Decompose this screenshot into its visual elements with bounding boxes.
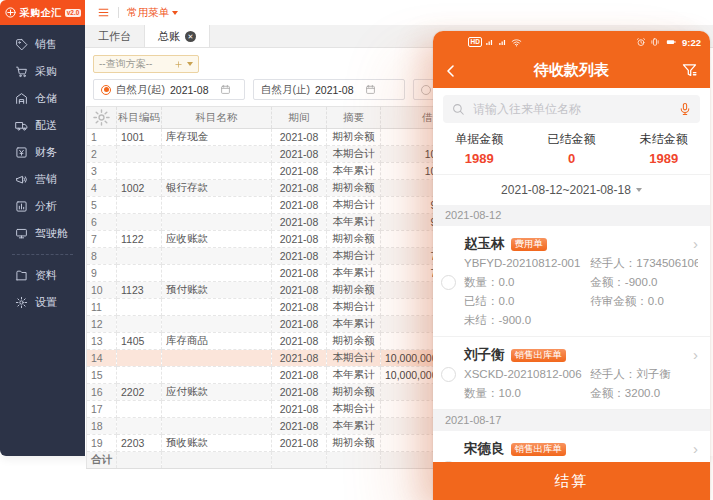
- table-row[interactable]: 3 2021-08 本年累计 10,398,017: [87, 163, 485, 180]
- sidebar-item-analysis[interactable]: 分析: [0, 193, 85, 220]
- microphone-icon[interactable]: [678, 102, 692, 116]
- table-row[interactable]: 9 2021-08 本年累计 77,473.95: [87, 265, 485, 282]
- table-row[interactable]: 14 2021-08 本期合计 10,000,000,018,8…: [87, 350, 485, 367]
- cell-period: 2021-08: [272, 129, 327, 146]
- radio-selected[interactable]: [101, 85, 111, 95]
- sidebar-item-warehouse[interactable]: 仓储: [0, 85, 85, 112]
- cell-summary: 期初余额: [327, 435, 381, 452]
- table-row[interactable]: 5 2021-08 本期合计 92,652.05: [87, 197, 485, 214]
- table-row[interactable]: 15 2021-08 本年累计 10,000,000,018,8…: [87, 367, 485, 384]
- detail-right: 经手人：刘子衡: [590, 365, 698, 384]
- cockpit-icon: [15, 227, 28, 240]
- gear-icon[interactable]: [88, 108, 115, 127]
- table-row[interactable]: 1 1001 库存现金 2021-08 期初余额 0: [87, 129, 485, 146]
- table-total-row: 合计: [87, 452, 485, 469]
- sidebar-item-delivery[interactable]: 配送: [0, 112, 85, 139]
- table-row[interactable]: 8 2021-08 本期合计 77,473.95: [87, 248, 485, 265]
- chevron-right-icon: [693, 345, 698, 365]
- table-row[interactable]: 13 1405 库存商品 2021-08 期初余额 0: [87, 333, 485, 350]
- col-subject-code[interactable]: 科目编码: [117, 107, 162, 129]
- sidebar-item-files[interactable]: 资料: [0, 262, 85, 289]
- radio-unselected[interactable]: [421, 85, 431, 95]
- table-row[interactable]: 12 2021-08 本年累计 1,000: [87, 316, 485, 333]
- col-period[interactable]: 期间: [272, 107, 327, 129]
- warehouse-icon: [15, 92, 28, 105]
- table-row[interactable]: 2 2021-08 本期合计 10,398,017: [87, 146, 485, 163]
- cell-period: 2021-08: [272, 282, 327, 299]
- cell-subject-code: [117, 299, 162, 316]
- tab-general-ledger[interactable]: 总账: [145, 25, 210, 47]
- settings-icon: [15, 296, 28, 309]
- col-summary[interactable]: 摘要: [327, 107, 381, 129]
- calendar-icon[interactable]: [220, 84, 231, 95]
- receivable-card[interactable]: 赵玉林 费用单 YBFYD-20210812-001 经手人：173450610…: [433, 226, 710, 337]
- table-row[interactable]: 16 2202 应付账款 2021-08 期初余额 0: [87, 384, 485, 401]
- table-row[interactable]: 17 2021-08 本期合计 0: [87, 401, 485, 418]
- cell-row-number: 15: [87, 367, 117, 384]
- detail-left: YBFYD-20210812-001: [464, 254, 590, 273]
- table-row[interactable]: 6 2021-08 本年累计 92,652.05: [87, 214, 485, 231]
- search-box[interactable]: [443, 95, 700, 123]
- table-row[interactable]: 7 1122 应收账款 2021-08 期初余额 0: [87, 231, 485, 248]
- detail-left: 未结：-900.0: [464, 311, 590, 330]
- total-cell: [327, 452, 381, 469]
- cell-row-number: 10: [87, 282, 117, 299]
- tab-workbench[interactable]: 工作台: [85, 25, 145, 47]
- sidebar-item-purchase[interactable]: 采购: [0, 58, 85, 85]
- close-tab-icon[interactable]: [185, 31, 196, 42]
- filter-funnel-icon[interactable]: [681, 62, 698, 79]
- hamburger-menu-icon[interactable]: [97, 6, 110, 19]
- search-input[interactable]: [471, 101, 672, 117]
- cell-period: 2021-08: [272, 163, 327, 180]
- settle-button[interactable]: 结算: [433, 462, 710, 500]
- sidebar-item-sales[interactable]: 销售: [0, 31, 85, 58]
- filter-natural-month-end[interactable]: 自然月(止) 2021-08: [253, 79, 405, 100]
- cell-summary: 本期合计: [327, 197, 381, 214]
- sidebar-item-label: 财务: [35, 145, 57, 160]
- table-row[interactable]: 10 1123 预付账款 2021-08 期初余额 0: [87, 282, 485, 299]
- sidebar-item-finance[interactable]: 财务: [0, 139, 85, 166]
- date-range-selector[interactable]: 2021-08-12~2021-08-18: [433, 174, 710, 205]
- filter-natural-month-start[interactable]: 自然月(起) 2021-08: [93, 79, 245, 100]
- summary-label: 已结金额: [525, 131, 617, 148]
- column-settings-header[interactable]: [87, 107, 117, 129]
- card-body: 刘子衡 销售出库单 XSCKD-20210812-006 经手人：刘子衡 数量：…: [464, 345, 698, 403]
- chevron-down-icon: [636, 188, 642, 192]
- cell-summary: 期初余额: [327, 384, 381, 401]
- cell-period: 2021-08: [272, 333, 327, 350]
- card-body: 宋德良 销售出库单 XSCKD-20210817-001 经手人：宋德良 数量：…: [464, 439, 698, 462]
- receivable-card[interactable]: 宋德良 销售出库单 XSCKD-20210817-001 经手人：宋德良 数量：…: [433, 431, 710, 462]
- cell-period: 2021-08: [272, 248, 327, 265]
- sidebar-item-marketing[interactable]: 营销: [0, 166, 85, 193]
- detail-left: XSCKD-20210812-006: [464, 365, 590, 384]
- cell-row-number: 4: [87, 180, 117, 197]
- table-row[interactable]: 19 2203 预收账款 2021-08 期初余额 0: [87, 435, 485, 452]
- sidebar-main-group: 销售 采购 仓储 配送 财务 营销 分析 驾驶舱: [0, 31, 85, 247]
- cell-subject-name: [162, 197, 272, 214]
- query-plan-select[interactable]: --查询方案--: [93, 55, 199, 73]
- receivable-card[interactable]: 刘子衡 销售出库单 XSCKD-20210812-006 经手人：刘子衡 数量：…: [433, 337, 710, 410]
- cell-period: 2021-08: [272, 180, 327, 197]
- select-circle[interactable]: [441, 367, 456, 382]
- plus-icon[interactable]: [174, 60, 183, 69]
- select-circle[interactable]: [441, 275, 456, 290]
- page-title: 待收款列表: [433, 61, 710, 80]
- sidebar-divider: [12, 254, 73, 255]
- summary-value: 1989: [618, 151, 710, 166]
- chevron-down-icon[interactable]: [187, 62, 193, 66]
- table-row[interactable]: 4 1002 银行存款 2021-08 期初余额 0: [87, 180, 485, 197]
- cell-subject-name: 预付账款: [162, 282, 272, 299]
- detail-left: 数量：0.0: [464, 273, 590, 292]
- table-row[interactable]: 11 2021-08 本期合计 1,000: [87, 299, 485, 316]
- doc-type-badge: 销售出库单: [511, 349, 567, 362]
- sidebar-item-label: 采购: [35, 64, 57, 79]
- card-detail-lines: XSCKD-20210812-006 经手人：刘子衡 数量：10.0 金额：32…: [464, 365, 698, 403]
- cell-summary: 本期合计: [327, 248, 381, 265]
- cell-subject-code: 1002: [117, 180, 162, 197]
- calendar-icon[interactable]: [365, 84, 376, 95]
- table-row[interactable]: 18 2021-08 本年累计 0: [87, 418, 485, 435]
- common-menu-dropdown[interactable]: 常用菜单: [127, 6, 178, 20]
- col-subject-name[interactable]: 科目名称: [162, 107, 272, 129]
- sidebar-item-cockpit[interactable]: 驾驶舱: [0, 220, 85, 247]
- sidebar-item-settings[interactable]: 设置: [0, 289, 85, 316]
